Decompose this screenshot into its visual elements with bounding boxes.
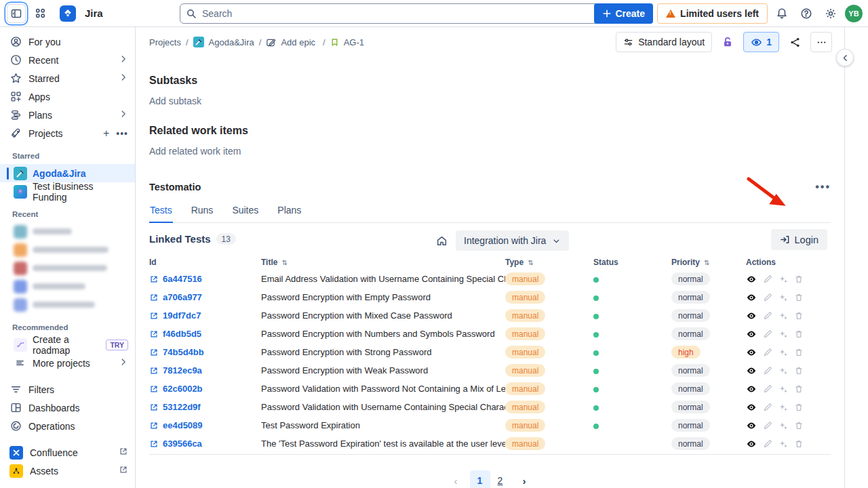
recent-item-redacted[interactable] [0, 259, 135, 277]
home-icon[interactable] [436, 235, 448, 247]
ai-sparkle-button[interactable] [778, 274, 788, 284]
add-related-work-item-link[interactable]: Add related work item [149, 146, 831, 157]
test-id-link[interactable]: 639566ca [149, 439, 261, 449]
prev-page-button[interactable]: ‹ [449, 472, 463, 488]
sidebar-item-confluence[interactable]: Confluence [0, 443, 135, 462]
sidebar-item-starred[interactable]: Starred [0, 69, 135, 87]
help-button[interactable] [796, 3, 816, 24]
test-id-link[interactable]: 62c6002b [149, 384, 261, 394]
sidebar-item-plans[interactable]: Plans [0, 106, 135, 124]
edit-test-button[interactable] [763, 348, 772, 357]
delete-test-button[interactable] [794, 421, 804, 430]
limited-users-button[interactable]: Limited users left [657, 3, 768, 24]
app-switcher-button[interactable] [30, 3, 50, 24]
tab-tests[interactable]: Tests [149, 202, 173, 223]
delete-test-button[interactable] [794, 293, 804, 302]
breadcrumb-project[interactable]: Agoda&Jira [209, 37, 254, 47]
breadcrumb-issue-key[interactable]: AG-1 [344, 37, 364, 47]
projects-more-button[interactable]: ••• [116, 128, 128, 139]
ai-sparkle-button[interactable] [778, 439, 788, 449]
sidebar-item-dashboards[interactable]: Dashboards [0, 399, 135, 417]
delete-test-button[interactable] [794, 384, 804, 394]
next-page-button[interactable]: › [517, 472, 532, 488]
view-test-button[interactable] [746, 274, 757, 285]
unlock-button[interactable] [717, 32, 738, 52]
delete-test-button[interactable] [794, 366, 804, 375]
login-button[interactable]: Login [771, 229, 827, 250]
view-test-button[interactable] [746, 420, 757, 431]
delete-test-button[interactable] [794, 274, 804, 284]
edit-test-button[interactable] [763, 384, 772, 394]
column-header-title[interactable]: Title ⇅ [261, 258, 505, 267]
user-avatar[interactable]: YB [845, 5, 863, 22]
ai-sparkle-button[interactable] [778, 366, 788, 375]
edit-test-button[interactable] [763, 293, 772, 302]
sidebar-toggle-button[interactable] [7, 4, 26, 23]
add-subtask-link[interactable]: Add subtask [149, 96, 831, 106]
create-button[interactable]: Create [594, 3, 653, 24]
watchers-button[interactable]: 1 [743, 32, 779, 52]
view-test-button[interactable] [746, 347, 757, 358]
standard-layout-button[interactable]: Standard layout [616, 32, 712, 52]
ai-sparkle-button[interactable] [778, 421, 788, 430]
delete-test-button[interactable] [794, 403, 804, 412]
view-test-button[interactable] [746, 310, 757, 321]
delete-test-button[interactable] [794, 348, 804, 357]
search-input[interactable] [180, 3, 624, 24]
column-header-priority[interactable]: Priority ⇅ [671, 258, 746, 267]
breadcrumb-add-epic[interactable]: Add epic [281, 37, 315, 47]
sidebar-item-create-roadmap[interactable]: Create a roadmap TRY [0, 336, 135, 354]
test-id-link[interactable]: 53122d9f [149, 402, 261, 412]
notifications-button[interactable] [772, 3, 792, 24]
recent-item-redacted[interactable] [0, 222, 135, 241]
recent-item-redacted[interactable] [0, 241, 135, 259]
more-actions-button[interactable] [810, 32, 832, 52]
sidebar-item-apps[interactable]: Apps [0, 87, 135, 106]
column-header-type[interactable]: Type ⇅ [505, 258, 593, 267]
page-button-2[interactable]: 2 [490, 470, 511, 488]
sidebar-item-operations[interactable]: Operations [0, 417, 135, 435]
sidebar-item-filters[interactable]: Filters [0, 380, 135, 399]
test-id-link[interactable]: 74b5d4bb [149, 347, 261, 357]
panel-more-button[interactable]: ••• [815, 181, 831, 193]
sidebar-item-assets[interactable]: Assets [0, 462, 135, 480]
ai-sparkle-button[interactable] [778, 329, 788, 339]
view-test-button[interactable] [746, 365, 757, 376]
delete-test-button[interactable] [794, 439, 804, 449]
tab-runs[interactable]: Runs [191, 202, 214, 223]
edit-test-button[interactable] [763, 439, 772, 449]
ai-sparkle-button[interactable] [778, 311, 788, 321]
view-test-button[interactable] [746, 402, 757, 413]
edit-test-button[interactable] [763, 366, 772, 375]
test-id-link[interactable]: 7812ec9a [149, 365, 261, 375]
share-button[interactable] [785, 32, 805, 52]
test-id-link[interactable]: f46db5d5 [149, 329, 261, 339]
tab-plans[interactable]: Plans [277, 202, 302, 223]
edit-test-button[interactable] [763, 403, 772, 412]
sidebar-item-more-projects[interactable]: More projects [0, 354, 135, 372]
sidebar-project-ibusiness[interactable]: Test iBusiness Funding [0, 182, 135, 201]
sidebar-item-recent[interactable]: Recent [0, 51, 135, 69]
edit-test-button[interactable] [763, 421, 772, 430]
view-test-button[interactable] [746, 384, 757, 394]
breadcrumb-projects[interactable]: Projects [149, 37, 181, 47]
ai-sparkle-button[interactable] [778, 403, 788, 412]
view-test-button[interactable] [746, 439, 757, 449]
delete-test-button[interactable] [794, 311, 804, 321]
test-id-link[interactable]: 19df7dc7 [149, 310, 261, 321]
settings-button[interactable] [821, 3, 841, 24]
expand-panel-button[interactable] [836, 49, 854, 66]
recent-item-redacted[interactable] [0, 296, 135, 314]
edit-test-button[interactable] [763, 329, 772, 339]
test-id-link[interactable]: 6a447516 [149, 274, 261, 284]
edit-test-button[interactable] [763, 274, 772, 284]
edit-test-button[interactable] [763, 311, 772, 321]
view-test-button[interactable] [746, 329, 757, 340]
tab-suites[interactable]: Suites [231, 202, 259, 223]
recent-item-redacted[interactable] [0, 277, 135, 296]
sidebar-item-projects[interactable]: Projects+ ••• [0, 124, 135, 142]
ai-sparkle-button[interactable] [778, 384, 788, 394]
view-test-button[interactable] [746, 292, 757, 303]
sidebar-project-agoda-jira[interactable]: Agoda&Jira [0, 164, 135, 182]
sidebar-item-for-you[interactable]: For you [0, 33, 135, 51]
